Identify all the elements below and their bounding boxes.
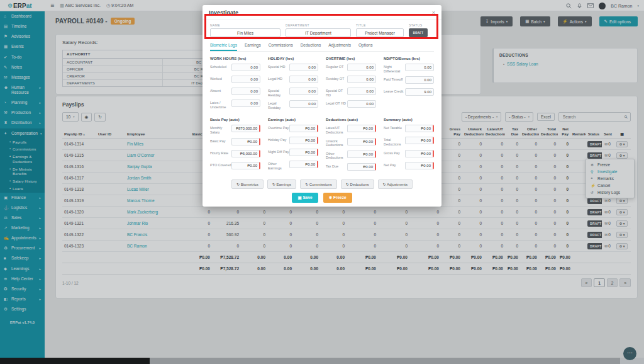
field-value-input[interactable]: 0.00 [289,100,318,108]
field-label: Night Diff Pay [268,149,289,154]
section-title: OVERTIME (hrs) [326,57,376,60]
section-title: Earnings (auto) [268,118,318,122]
field-row: Night Differential 0.00 [384,64,434,73]
modal-tab[interactable]: Biometric Logs [210,41,237,51]
field-label: Other Earnings [268,161,289,170]
section-column: HOLIDAY (hrs) Special HD 0.00 Legal HD 0… [268,57,318,113]
field-row: Tax Due ₱0.00 [326,163,376,172]
section-title: Deductions (auto) [326,118,376,122]
field-value-input[interactable]: ₱0.00 [347,125,376,132]
field-row: Other Deductions ₱0.00 [326,151,376,160]
section-title: HOLIDAY (hrs) [268,57,318,60]
refresh-icon: ↻ [305,183,308,186]
field-row: Hourly Rate ₱5,000.00 [210,150,260,159]
modal-tabs: Biometric LogsEarningsCommissionsDeducti… [210,41,434,52]
field-value-input[interactable]: 0.00 [289,64,318,71]
field-value-input[interactable]: ₱0.00 [347,151,376,158]
screen: ⚙ERPat ☰ ▥ ABC Services Inc. ◷ 9:04:20 A… [0,0,644,364]
field-row: Legal HD 0.00 [268,76,318,84]
field-row: Lates/UT Deductions ₱0.00 [326,125,376,134]
field-value-input[interactable]: 9.00 [405,88,434,96]
field-value-input[interactable]: ₱5,000.00 [231,150,260,157]
field-value-input[interactable]: ₱0.00 [289,149,318,156]
field-value-input[interactable]: 0.00 [289,88,318,95]
section-title: WORK HOURS (hrs) [210,57,260,60]
modal-tab[interactable]: Deductions [301,41,321,51]
field-label: Tax Due [326,163,347,169]
save-button[interactable]: ▣ Save [292,193,318,203]
field-label: Scheduled [210,64,231,69]
field-row: Paid Timeoff 0.00 [384,76,434,85]
field-value-input[interactable]: 0.00 [231,76,260,83]
field-row: Net Taxable ₱0.00 [384,125,434,134]
investigate-modal: Investigate × NAME DEPARTMENT TITLE STAT… [203,5,441,207]
section-column: ND/PTO/Bonus (hrs) Night Differential 0.… [384,57,434,113]
field-value-input[interactable]: ₱870,000.00 [231,125,260,132]
field-value-input[interactable]: 0.00 [405,64,434,71]
modal-tab[interactable]: Commissions [269,41,293,51]
field-value-input[interactable]: ₱0.00 [405,137,434,144]
refresh-buttons-row: ↻ Biometrics↻ Earnings↻ Commissions↻ Ded… [203,179,441,189]
field-value-input[interactable]: 0.00 [231,64,260,71]
field-label: Holiday Pay [268,137,289,142]
field-label: Special OT HD [326,88,347,97]
field-row: Total Deductions ₱0.00 [384,137,434,146]
field-row: Overtime Pay ₱0.00 [268,125,318,134]
field-value-input[interactable]: ₱0.00 [289,125,318,132]
field-row: Night Diff Pay ₱0.00 [268,149,318,157]
field-value-input[interactable]: 0.00 [347,64,376,71]
refresh-section-button[interactable]: ↻ Earnings [267,179,296,189]
freeze-button[interactable]: ❄ Freeze [323,193,352,203]
refresh-icon: ↻ [272,183,275,186]
field-label: Overtime Pay [268,125,289,130]
name-input[interactable] [210,28,280,37]
field-value-input[interactable]: 0.00 [347,88,376,95]
field-value-input[interactable]: 0.00 [405,76,434,84]
close-icon[interactable]: × [432,9,435,16]
field-row: Net Pay ₱0.00 [384,162,434,171]
field-value-input[interactable]: ₱0.00 [405,162,434,169]
refresh-icon: ↻ [346,183,349,186]
title-input[interactable] [356,28,404,37]
refresh-section-button[interactable]: ↻ Commissions [300,179,337,189]
modal-header: Investigate × [203,5,441,20]
section-title: Basic Pay (auto) [210,118,260,122]
field-value-input[interactable]: 0.00 [347,100,376,108]
refresh-section-button[interactable]: ↻ Deductions [341,179,374,189]
field-value-input[interactable]: ₱0.00 [347,138,376,145]
refresh-icon: ↻ [383,183,386,186]
field-row: Monthly Salary ₱870,000.00 [210,125,260,134]
section-column: WORK HOURS (hrs) Scheduled 0.00 Worked 0… [210,57,260,113]
field-value-input[interactable]: 0.00 [347,76,376,83]
field-value-input[interactable]: ₱0.00 [405,125,434,132]
field-value-input[interactable]: ₱0.00 [289,137,318,144]
modal-tab[interactable]: Options [358,41,372,51]
field-value-input[interactable]: ₱0.00 [347,163,376,171]
section-column: OVERTIME (hrs) Regular OT 0.00 Restday O… [326,57,376,113]
field-label: Worked [210,76,231,81]
field-row: Absent 0.00 [210,88,260,96]
modal-fields-row: NAME DEPARTMENT TITLE STATUS DRAFT [210,23,434,37]
field-value-input[interactable]: 0.00 [231,88,260,95]
status-draft-button[interactable]: DRAFT [409,28,428,37]
field-row: Regular OT 0.00 [326,64,376,72]
modal-tab[interactable]: Adjustments [328,41,351,51]
field-value-input[interactable]: ₱0.00 [231,138,260,145]
field-value-input[interactable]: 0.00 [289,76,318,83]
field-row: Special HD 0.00 [268,64,318,72]
department-input[interactable] [286,28,351,37]
field-value-input[interactable]: ₱0.00 [405,150,434,157]
refresh-section-button[interactable]: ↻ Adjustments [378,179,413,189]
refresh-section-button[interactable]: ↻ Biometrics [231,179,264,189]
field-value-input[interactable]: ₱0.00 [231,162,260,169]
field-label: Legal OT HD [326,100,347,106]
field-row: Legal OT HD 0.00 [326,100,376,109]
field-label: Total Deductions [384,137,405,146]
field-row: Holiday Pay ₱0.00 [268,137,318,145]
title-label: TITLE [356,23,404,27]
field-value-input[interactable]: ₱0.00 [289,161,318,168]
field-row: Gross Pay ₱0.00 [384,150,434,159]
field-value-input[interactable]: 0.00 [231,100,260,107]
field-label: Regular OT [326,64,347,69]
modal-tab[interactable]: Earnings [245,41,261,51]
